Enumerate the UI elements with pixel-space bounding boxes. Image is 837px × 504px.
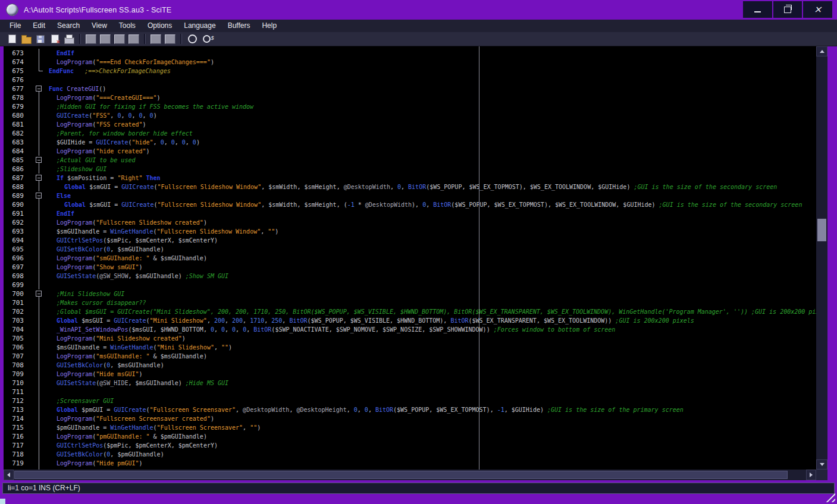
fold-margin: [29, 102, 44, 111]
code-text: $pmGUIhandle = WinGetHandle("Fullscreen …: [44, 423, 261, 432]
code-line: 709LogProgram("Hide msGUI"): [4, 370, 816, 379]
fold-toggle[interactable]: [29, 174, 44, 182]
toolbar-cut-button[interactable]: [84, 33, 98, 46]
code-line: 704_WinAPI_SetWindowPos($msGUI, $HWND_BO…: [4, 325, 816, 334]
close-button[interactable]: ×: [803, 1, 832, 18]
menu-item-view[interactable]: View: [86, 20, 113, 32]
code-text: LogProgram("pmGUIhandle: " & $pmGUIhandl…: [44, 432, 207, 441]
code-line: 677Func CreateGUI(): [4, 84, 816, 93]
code-text: Global $smGUI = GUICreate("Fullscreen Sl…: [44, 182, 777, 191]
code-line: 699: [4, 281, 816, 289]
scroll-down-button[interactable]: [816, 459, 827, 470]
cut-icon: [86, 34, 96, 44]
code-line: 701;Makes cursor disappear??: [4, 298, 816, 307]
fold-margin: [29, 370, 44, 379]
toolbar-undo-button[interactable]: [149, 33, 163, 46]
scroll-right-button[interactable]: [806, 470, 816, 480]
code-text: LogProgram("Fullscreen Slideshow created…: [44, 218, 207, 227]
menu-item-edit[interactable]: Edit: [27, 20, 51, 32]
fold-toggle[interactable]: [29, 191, 44, 200]
redo-icon: [165, 34, 175, 44]
code-text: ;Makes cursor disappear??: [44, 298, 146, 307]
code-area: 673EndIf674LogProgram("===End CheckForIm…: [4, 46, 816, 470]
toolbar-save-button[interactable]: [33, 33, 48, 46]
new-file-icon: [8, 34, 16, 43]
up-arrow-icon: [820, 50, 825, 53]
code-line: 719LogProgram("Hide pmGUI"): [4, 459, 816, 468]
fold-margin: [29, 405, 44, 414]
fold-margin: [29, 432, 44, 441]
fold-margin: [29, 263, 44, 272]
line-number: 701: [4, 298, 29, 307]
menu-item-tools[interactable]: Tools: [113, 20, 142, 32]
fold-margin: [29, 138, 44, 147]
status-bar: li=1 co=1 INS (CR+LF): [2, 483, 835, 494]
vertical-scroll-thumb[interactable]: [817, 219, 826, 241]
code-line: 693$smGUIhandle = WinGetHandle("Fullscre…: [4, 227, 816, 236]
fold-margin: [29, 281, 44, 289]
code-line: 685;Actual GUI to be used: [4, 156, 816, 165]
code-line: 711: [4, 388, 816, 396]
line-number: 678: [4, 93, 29, 102]
toolbar-paste-button[interactable]: [112, 33, 127, 46]
fold-toggle[interactable]: [29, 289, 44, 298]
toolbar-find-button[interactable]: [185, 33, 199, 46]
left-arrow-icon: [7, 472, 10, 477]
code-text: GUICtrlSetPos($smPic, $smCenterX, $smCen…: [44, 236, 218, 245]
menu-item-help[interactable]: Help: [256, 20, 283, 32]
code-text: ;Mini Slideshow GUI: [44, 289, 124, 298]
fold-toggle[interactable]: [29, 156, 44, 165]
fold-margin: [29, 450, 44, 459]
code-line: 703Global $msGUI = GUICreate("Mini Slide…: [4, 316, 816, 325]
toolbar-open-button[interactable]: [19, 33, 33, 46]
toolbar-close-file-button[interactable]: [48, 33, 62, 46]
code-text: LogProgram("hide created"): [44, 147, 150, 156]
toolbar-redo-button[interactable]: [163, 33, 177, 46]
line-number: 674: [4, 58, 29, 67]
code-line: 692LogProgram("Fullscreen Slideshow crea…: [4, 218, 816, 227]
menu-item-file[interactable]: File: [4, 20, 27, 32]
menu-item-language[interactable]: Language: [178, 20, 221, 32]
code-text: GUICreate("FSS", 0, 0, 0, 0): [44, 111, 157, 120]
line-number: 698: [4, 272, 29, 281]
code-line: 697LogProgram("Show smGUI"): [4, 263, 816, 272]
toolbar-copy-button[interactable]: [98, 33, 112, 46]
code-text: EndFunc ;==>CheckForImageChanges: [44, 67, 171, 75]
horizontal-scroll-thumb[interactable]: [14, 471, 788, 479]
menu-item-buffers[interactable]: Buffers: [222, 20, 256, 32]
code-text: ;Slideshow GUI: [44, 165, 106, 174]
fold-margin: [29, 120, 44, 129]
toolbar-delete-button[interactable]: [127, 33, 141, 46]
line-number: 712: [4, 396, 29, 405]
code-text: Global $msGUI = GUICreate("Mini Slidesho…: [44, 316, 694, 325]
menu-item-options[interactable]: Options: [142, 20, 178, 32]
editor[interactable]: 673EndIf674LogProgram("===End CheckForIm…: [4, 46, 816, 470]
resize-grip[interactable]: [826, 493, 835, 502]
vertical-scrollbar[interactable]: [816, 46, 827, 470]
code-line: 696LogProgram("smGUIhandle: " & $smGUIha…: [4, 254, 816, 263]
fold-margin: [29, 49, 44, 58]
code-line: 674LogProgram("===End CheckForImageChang…: [4, 58, 816, 67]
toolbar-print-button[interactable]: [62, 33, 76, 46]
fold-toggle[interactable]: [29, 84, 44, 93]
line-number: 719: [4, 459, 29, 468]
fold-margin: [29, 343, 44, 352]
title-bar[interactable]: A:\AutoIt Scripts\Fullscreen SS.au3 - Sc…: [0, 0, 837, 20]
line-number: 693: [4, 227, 29, 236]
code-text: LogProgram("smGUIhandle: " & $smGUIhandl…: [44, 254, 207, 263]
status-text: li=1 co=1 INS (CR+LF): [8, 484, 80, 492]
maximize-button[interactable]: [773, 1, 802, 18]
scroll-left-button[interactable]: [4, 470, 14, 480]
toolbar-replace-button[interactable]: [199, 33, 214, 46]
fold-margin: [29, 129, 44, 138]
line-number: 708: [4, 361, 29, 370]
line-number: 691: [4, 209, 29, 218]
horizontal-scrollbar[interactable]: [4, 470, 816, 480]
line-number: 715: [4, 423, 29, 432]
fold-margin: [29, 227, 44, 236]
minimize-button[interactable]: [743, 1, 772, 18]
menu-item-search[interactable]: Search: [51, 20, 86, 32]
scroll-up-button[interactable]: [816, 46, 827, 56]
window-title: A:\AutoIt Scripts\Fullscreen SS.au3 - Sc…: [24, 6, 171, 14]
toolbar-new-file-button[interactable]: [5, 33, 19, 46]
